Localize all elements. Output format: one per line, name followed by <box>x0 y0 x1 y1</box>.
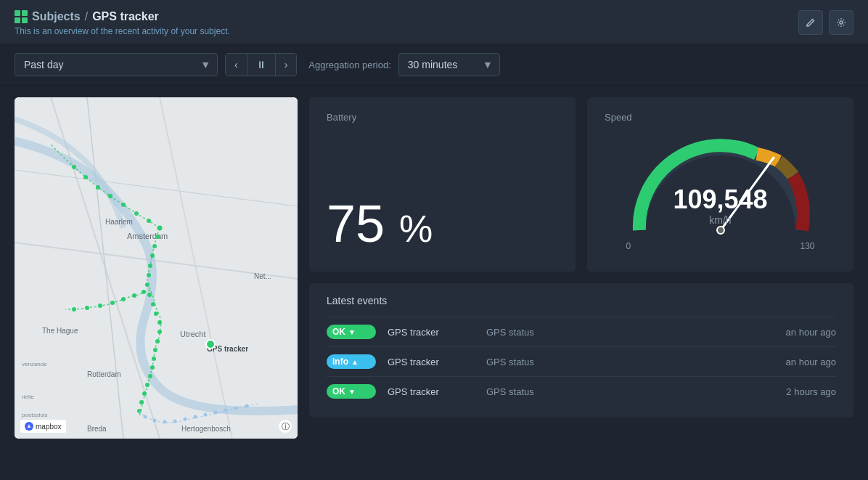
event-badge-info-2[interactable]: Info ▲ <box>327 354 376 369</box>
svg-point-68 <box>234 407 238 410</box>
speed-value: 109,548 <box>673 186 767 212</box>
svg-point-36 <box>155 339 160 343</box>
period-select-wrap: Past day Past hour Past week Past month … <box>15 53 218 76</box>
svg-point-34 <box>157 320 162 325</box>
svg-point-60 <box>153 419 157 423</box>
agg-select[interactable]: 30 minutes 5 minutes 15 minutes 1 hour <box>398 53 500 76</box>
svg-point-61 <box>163 420 167 424</box>
svg-point-37 <box>153 348 157 352</box>
next-button[interactable]: › <box>276 54 297 76</box>
event-time-3: 2 hours ago <box>786 386 836 397</box>
svg-text:Breda: Breda <box>87 425 107 433</box>
svg-point-48 <box>110 301 115 305</box>
svg-point-70 <box>206 340 215 349</box>
svg-point-31 <box>147 293 152 297</box>
svg-point-32 <box>151 302 155 306</box>
agg-select-wrap: 30 minutes 5 minutes 15 minutes 1 hour ▼ <box>398 53 500 76</box>
svg-point-52 <box>147 219 151 223</box>
svg-point-65 <box>204 413 208 417</box>
badge-ok-arrow-1: ▼ <box>348 328 356 336</box>
svg-point-59 <box>144 415 147 419</box>
event-device-2: GPS tracker <box>388 357 475 367</box>
svg-point-38 <box>152 357 156 361</box>
event-row-3: OK ▼ GPS tracker GPS status 2 hours ago <box>327 376 836 406</box>
svg-point-42 <box>142 391 147 396</box>
event-type-3: GPS status <box>486 386 774 397</box>
svg-text:The Hague: The Hague <box>42 327 78 335</box>
prev-button[interactable]: ‹ <box>226 54 247 76</box>
speed-gauge: 109,548 km/h <box>626 132 815 248</box>
svg-point-54 <box>121 203 126 207</box>
events-panel: Latest events OK ▼ GPS tracker GPS statu… <box>309 283 853 418</box>
event-device-1: GPS tracker <box>388 327 475 338</box>
pause-button[interactable]: ⏸ <box>247 54 276 76</box>
svg-point-46 <box>132 293 136 298</box>
svg-point-30 <box>145 282 150 287</box>
svg-point-58 <box>72 165 76 169</box>
badge-info-label-2: Info <box>332 357 348 367</box>
svg-point-40 <box>148 374 152 378</box>
aggregation-label: Aggregation period: <box>308 60 390 70</box>
header-left: Subjects / GPS tracker This is an overvi… <box>15 10 230 36</box>
svg-point-64 <box>194 415 197 419</box>
event-row: OK ▼ GPS tracker GPS status an hour ago <box>327 317 836 346</box>
badge-ok-label-3: OK <box>332 386 345 396</box>
svg-text:poetssluis: poetssluis <box>22 412 48 418</box>
svg-text:venzande: venzande <box>22 361 47 367</box>
svg-text:Haarlem: Haarlem <box>105 218 133 226</box>
svg-point-57 <box>83 175 88 179</box>
svg-text:Rotterdam: Rotterdam <box>87 370 121 378</box>
svg-point-25 <box>155 235 160 239</box>
right-panels: Battery 75 % Speed <box>309 97 853 439</box>
event-badge-ok-3[interactable]: OK ▼ <box>327 384 376 399</box>
map-container: Amsterdam Haarlem The Hague Rotterdam Ut… <box>15 97 298 439</box>
svg-point-63 <box>184 418 187 421</box>
svg-point-53 <box>134 211 139 216</box>
svg-point-45 <box>142 290 146 294</box>
svg-point-29 <box>147 273 151 277</box>
badge-ok-label-1: OK <box>332 327 345 337</box>
svg-text:Hertogenbosch: Hertogenbosch <box>181 425 231 433</box>
svg-point-56 <box>96 185 100 190</box>
svg-text:Utrecht: Utrecht <box>180 330 205 338</box>
svg-point-50 <box>85 306 89 310</box>
period-select[interactable]: Past day Past hour Past week Past month <box>15 53 218 76</box>
svg-point-67 <box>224 409 228 412</box>
breadcrumb: Subjects / GPS tracker <box>15 10 230 23</box>
svg-point-49 <box>98 304 102 308</box>
edit-button[interactable] <box>798 10 823 35</box>
speed-indicator: 109,548 km/h 0 130 <box>605 126 836 257</box>
main-content: Amsterdam Haarlem The Hague Rotterdam Ut… <box>0 86 868 450</box>
gauge-center: 109,548 km/h <box>673 186 767 225</box>
badge-info-arrow-2: ▲ <box>351 358 359 366</box>
svg-point-62 <box>173 420 177 423</box>
settings-button[interactable] <box>829 10 853 35</box>
svg-point-66 <box>214 411 218 415</box>
svg-point-35 <box>157 330 162 334</box>
event-time-2: an hour ago <box>786 357 836 367</box>
page-subtitle: This is an overview of the recent activi… <box>15 26 230 36</box>
svg-point-26 <box>152 244 157 248</box>
event-time-1: an hour ago <box>786 327 836 338</box>
subjects-icon <box>15 10 28 23</box>
svg-point-69 <box>245 404 249 408</box>
battery-panel: Battery 75 % <box>309 97 576 272</box>
svg-text:Net...: Net... <box>254 272 271 280</box>
svg-point-41 <box>145 383 150 387</box>
svg-point-39 <box>150 365 155 370</box>
speed-title: Speed <box>605 112 632 123</box>
map-info-icon[interactable]: ⓘ <box>279 420 292 433</box>
speed-unit: km/h <box>673 213 767 225</box>
event-device-3: GPS tracker <box>388 386 475 397</box>
svg-point-0 <box>840 21 843 24</box>
map-background: Amsterdam Haarlem The Hague Rotterdam Ut… <box>15 97 298 439</box>
breadcrumb-parent[interactable]: Subjects <box>32 10 81 23</box>
svg-point-55 <box>108 194 112 198</box>
toolbar: Past day Past hour Past week Past month … <box>0 44 868 86</box>
svg-point-47 <box>121 297 126 301</box>
svg-point-27 <box>150 253 155 258</box>
svg-point-51 <box>72 307 76 312</box>
svg-point-33 <box>154 312 158 316</box>
event-badge-ok-1[interactable]: OK ▼ <box>327 325 376 339</box>
breadcrumb-sep: / <box>85 10 88 23</box>
